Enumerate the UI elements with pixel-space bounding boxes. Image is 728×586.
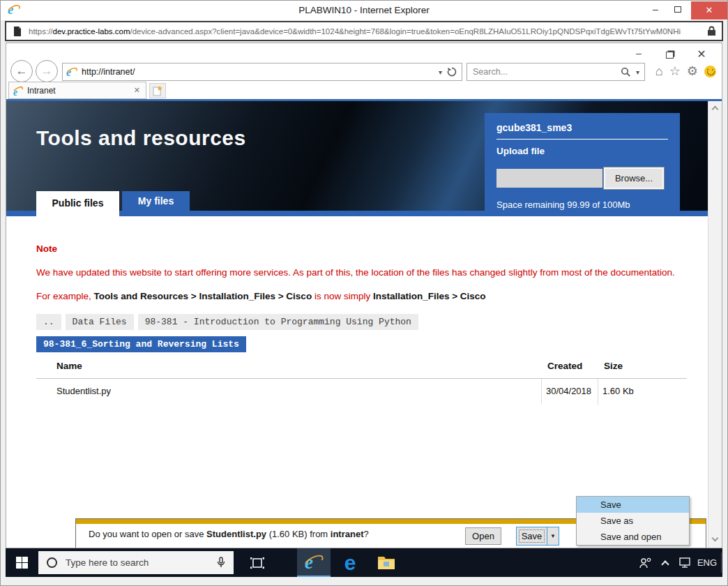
search-dropdown-icon[interactable]: ▾ (636, 68, 639, 76)
taskbar-search-placeholder: Type here to search (66, 557, 217, 568)
outer-titlebar: e PLABWIN10 - Internet Explorer – ✕ (1, 1, 727, 20)
task-view-button[interactable] (241, 548, 273, 577)
search-placeholder: Search... (473, 67, 621, 77)
inner-browser-window: – ✕ ← → e http://intranet/ ▾ Search... (6, 43, 722, 548)
tab-public-files[interactable]: Public files (36, 191, 119, 221)
tab-intranet[interactable]: e Intranet ✕ (8, 82, 146, 99)
tab-title: Intranet (27, 86, 134, 96)
new-tab-button[interactable] (149, 83, 166, 98)
outer-window: e PLABWIN10 - Internet Explorer – ✕ http… (0, 0, 728, 586)
table-column-line (541, 379, 542, 405)
file-created: 30/04/2018 (546, 386, 591, 396)
back-button[interactable]: ← (10, 60, 33, 82)
chevron-up-icon[interactable] (657, 548, 674, 577)
file-size: 1.60 Kb (602, 386, 634, 396)
people-icon[interactable] (636, 548, 655, 577)
outer-address-bar[interactable]: https://dev.practice-labs.com/device-adv… (5, 21, 723, 41)
scroll-down-icon[interactable] (712, 535, 719, 542)
breadcrumb: .. Data Files 98-381 - Introduction to P… (36, 314, 418, 330)
search-icon[interactable] (621, 67, 631, 77)
folder-icon (377, 555, 395, 570)
upload-heading: Upload file (496, 146, 668, 156)
refresh-icon[interactable] (447, 67, 457, 77)
forward-button[interactable]: → (36, 60, 58, 82)
home-icon[interactable]: ⌂ (655, 64, 663, 78)
taskbar: Type here to search e (6, 548, 722, 577)
remote-desktop: – ✕ ← → e http://intranet/ ▾ Search... (6, 41, 722, 577)
menu-item-save-and-open[interactable]: Save and open (577, 529, 689, 545)
close-button[interactable]: ✕ (691, 1, 727, 20)
page-title: Tools and resources (36, 126, 246, 150)
save-menu: Save Save as Save and open (576, 496, 690, 546)
upload-panel: gcube381_sme3 Upload file Browse... Spac… (485, 113, 680, 211)
breadcrumb-data-files[interactable]: Data Files (66, 314, 134, 330)
cortana-icon (47, 557, 57, 568)
taskbar-edge-button[interactable]: e (333, 548, 367, 577)
note-body: We have updated this website to start of… (36, 267, 687, 278)
menu-item-save[interactable]: Save (577, 497, 689, 513)
taskbar-search-input[interactable]: Type here to search (38, 551, 234, 574)
breadcrumb-current-folder[interactable]: 98-381_6_Sorting and Reversing Lists (36, 336, 246, 352)
col-header-name: Name (56, 361, 82, 371)
save-dropdown-arrow[interactable]: ▼ (547, 527, 559, 545)
site-icon (12, 26, 23, 37)
edge-icon: e (344, 553, 356, 573)
maximize-button[interactable] (667, 1, 688, 19)
search-input[interactable]: Search... ▾ (467, 63, 645, 81)
col-header-created: Created (547, 361, 582, 371)
menu-item-save-as[interactable]: Save as (577, 513, 689, 529)
save-split-button: Save ▼ (516, 527, 559, 546)
page-content: Tools and resources gcube381_sme3 Upload… (6, 101, 708, 548)
table-column-line (598, 379, 598, 405)
divider (496, 139, 668, 140)
file-link[interactable]: Studentlist.py (56, 386, 111, 396)
feedback-smiley-icon[interactable] (704, 66, 716, 77)
scrollbar[interactable] (708, 101, 722, 548)
inner-close-button[interactable]: ✕ (692, 47, 711, 61)
breadcrumb-course[interactable]: 98-381 - Introduction to Programming Usi… (138, 314, 418, 330)
note-heading: Note (36, 243, 57, 254)
inner-restore-button[interactable] (660, 47, 678, 61)
upload-file-input[interactable] (496, 169, 602, 188)
settings-gear-icon[interactable]: ⚙ (687, 64, 698, 78)
tab-my-files[interactable]: My files (122, 191, 190, 211)
start-button[interactable] (6, 548, 38, 577)
window-title: PLABWIN10 - Internet Explorer (1, 1, 727, 20)
url-text: https://dev.practice-labs.com/device-adv… (29, 27, 702, 36)
table-divider (36, 378, 687, 379)
address-dropdown-icon[interactable]: ▾ (439, 68, 442, 76)
breadcrumb-up[interactable]: .. (36, 314, 61, 330)
ie-favicon: e (66, 66, 77, 77)
favorites-star-icon[interactable]: ☆ (669, 64, 681, 78)
tab-close-icon[interactable]: ✕ (134, 86, 140, 95)
open-button[interactable]: Open (465, 527, 501, 545)
username: gcube381_sme3 (496, 122, 668, 133)
download-prompt: Do you want to open or save Studentlist.… (89, 529, 369, 539)
language-indicator[interactable]: ENG (695, 548, 720, 577)
mic-icon[interactable] (217, 557, 225, 569)
lock-icon (707, 26, 716, 36)
scroll-up-icon[interactable] (712, 106, 719, 113)
inner-minimize-button[interactable]: – (630, 47, 648, 59)
save-button[interactable]: Save (517, 527, 547, 545)
tab-favicon: e (13, 86, 23, 96)
col-header-size: Size (604, 361, 623, 371)
note-example: For example, Tools and Resources > Insta… (36, 291, 486, 301)
show-desktop-edge[interactable] (721, 553, 722, 573)
browse-button[interactable]: Browse... (604, 167, 664, 189)
address-bar[interactable]: e http://intranet/ ▾ (62, 63, 462, 81)
space-remaining: Space remaining 99.99 of 100Mb (496, 200, 668, 210)
address-text: http://intranet/ (82, 67, 434, 77)
taskbar-ie-button[interactable]: e (297, 548, 331, 577)
taskbar-explorer-button[interactable] (370, 548, 403, 577)
minimize-button[interactable]: – (645, 1, 666, 19)
network-icon[interactable] (675, 548, 695, 577)
